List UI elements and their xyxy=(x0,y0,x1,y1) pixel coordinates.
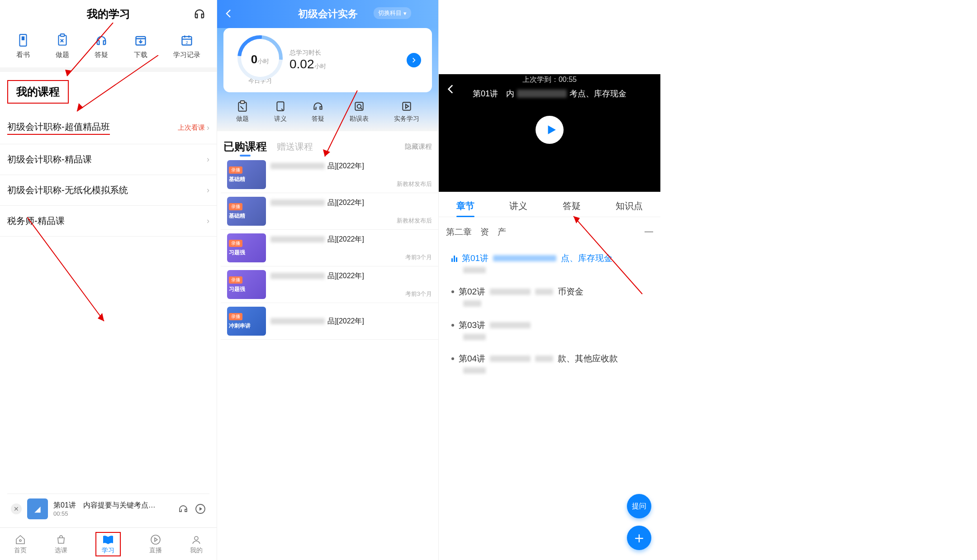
svg-marker-12 xyxy=(98,313,104,321)
tab-home[interactable]: 首页 xyxy=(14,534,27,555)
course-row[interactable]: 初级会计职称-超值精品班 上次看课› xyxy=(0,112,217,144)
tool-history[interactable]: 2 学习记录 xyxy=(173,33,200,59)
lesson-row[interactable]: 录播习题强 品][2022年]考前3个月 xyxy=(221,266,438,303)
tool-download[interactable]: 下载 xyxy=(134,33,147,59)
tab-gift[interactable]: 赠送课程 xyxy=(277,141,313,153)
svg-point-23 xyxy=(357,104,361,109)
lecture-item[interactable]: 第03讲 xyxy=(439,314,660,347)
bag-icon xyxy=(55,534,67,546)
svg-point-15 xyxy=(19,540,21,541)
tool-read[interactable]: 看书 xyxy=(16,33,30,59)
mini-thumb-icon: ◢ xyxy=(27,498,48,519)
chapter-header[interactable]: 第二章 资 产 — xyxy=(439,217,660,247)
close-mini-button[interactable]: ✕ xyxy=(11,503,22,514)
svg-marker-14 xyxy=(199,507,202,511)
tool-practice[interactable]: 做题 xyxy=(236,100,249,123)
support-icon[interactable] xyxy=(193,7,206,20)
course-row[interactable]: 初级会计职称-精品课 › xyxy=(0,144,217,175)
total-study-time: 总学习时长 0.02小时 xyxy=(289,49,407,71)
tool-qa[interactable]: 答疑 xyxy=(312,100,324,123)
tab-points[interactable]: 知识点 xyxy=(616,200,643,212)
today-gauge: 0小时 xyxy=(237,35,283,81)
lecture-item[interactable]: 第02讲币资金 xyxy=(439,280,660,314)
lesson-row[interactable]: 录播基础精 品][2022年]新教材发布后 xyxy=(221,157,438,193)
lecture-title: 第01讲 内 考点、库存现金 xyxy=(439,88,660,99)
svg-point-16 xyxy=(151,535,160,544)
tool-practical[interactable]: 实务学习 xyxy=(394,100,419,123)
lesson-thumb: 录播基础精 xyxy=(227,197,266,226)
home-icon xyxy=(14,534,26,546)
svg-marker-25 xyxy=(406,104,409,109)
hide-courses-link[interactable]: 隐藏课程 xyxy=(405,142,432,151)
lesson-thumb: 录播基础精 xyxy=(227,160,266,189)
tool-notes[interactable]: 讲义 xyxy=(274,100,287,123)
mini-play-icon[interactable] xyxy=(195,503,206,514)
page-title: 初级会计实务 xyxy=(298,7,358,21)
chevron-right-icon: › xyxy=(207,216,209,226)
lesson-thumb: 录播习题强 xyxy=(227,233,266,262)
ask-question-fab[interactable]: 提问 xyxy=(627,494,651,518)
tool-practice[interactable]: 做题 xyxy=(56,33,69,59)
course-row[interactable]: 初级会计职称-无纸化模拟系统 › xyxy=(0,175,217,206)
calendar-icon: 2 xyxy=(180,33,194,47)
playing-icon xyxy=(451,255,457,262)
lesson-thumb: 录播冲刺串讲 xyxy=(227,307,266,336)
back-button[interactable] xyxy=(445,83,457,95)
svg-rect-3 xyxy=(61,34,65,36)
book-open-icon xyxy=(102,534,114,546)
tab-courses[interactable]: 选课 xyxy=(55,534,67,555)
svg-rect-21 xyxy=(277,102,284,111)
back-button[interactable] xyxy=(223,8,234,19)
svg-rect-1 xyxy=(22,36,24,40)
svg-marker-28 xyxy=(548,125,555,134)
lesson-row[interactable]: 录播基础精 品][2022年]新教材发布后 xyxy=(221,193,438,230)
chevron-down-icon: ▾ xyxy=(403,10,407,17)
chevron-right-icon: › xyxy=(207,123,209,133)
svg-text:2: 2 xyxy=(185,40,188,45)
tab-purchased[interactable]: 已购课程 xyxy=(223,139,267,154)
svg-point-18 xyxy=(194,536,198,540)
tool-errata[interactable]: 勘误表 xyxy=(350,100,369,123)
add-fab[interactable]: ＋ xyxy=(627,526,651,550)
chevron-right-icon: › xyxy=(207,185,209,195)
clipboard-icon xyxy=(56,33,69,47)
tab-qa[interactable]: 答疑 xyxy=(563,200,581,212)
page-title: 我的学习 xyxy=(87,7,130,21)
collapse-icon: — xyxy=(645,226,653,238)
tab-live[interactable]: 直播 xyxy=(149,534,162,555)
play-button[interactable] xyxy=(536,116,564,144)
course-row[interactable]: 税务师-精品课 › xyxy=(0,206,217,237)
play-circle-icon xyxy=(150,534,161,546)
lesson-row[interactable]: 录播习题强 品][2022年]考前3个月 xyxy=(221,230,438,266)
mini-player-info[interactable]: 第01讲 内容提要与关键考点… 00:55 xyxy=(53,501,172,517)
lesson-row[interactable]: 录播冲刺串讲 品][2022年] xyxy=(221,303,438,340)
svg-marker-17 xyxy=(155,538,157,541)
tab-learn[interactable]: 学习 xyxy=(95,532,121,556)
lecture-item[interactable]: 第01讲点、库存现金 xyxy=(439,247,660,280)
chevron-right-icon: › xyxy=(207,155,209,164)
tab-chapter[interactable]: 章节 xyxy=(456,200,474,212)
lesson-thumb: 录播习题强 xyxy=(227,270,266,299)
last-view-link[interactable]: 上次看课 xyxy=(178,123,205,132)
switch-subject[interactable]: 切换科目▾ xyxy=(374,7,411,19)
tab-notes[interactable]: 讲义 xyxy=(509,200,527,212)
user-icon xyxy=(190,534,202,546)
download-icon xyxy=(134,33,147,47)
my-courses-label: 我的课程 xyxy=(7,80,69,104)
book-icon xyxy=(16,33,30,47)
tab-me[interactable]: 我的 xyxy=(190,534,203,555)
mini-headphones-icon[interactable] xyxy=(178,503,189,514)
resume-label: 上次学到：00:55 xyxy=(439,74,660,85)
svg-rect-20 xyxy=(241,101,245,103)
go-button[interactable] xyxy=(407,53,421,67)
headphones-icon xyxy=(95,33,108,47)
tool-qa[interactable]: 答疑 xyxy=(95,33,108,59)
lecture-item[interactable]: 第04讲款、其他应收款 xyxy=(439,347,660,381)
course-name: 初级会计职称-超值精品班 xyxy=(7,121,110,135)
